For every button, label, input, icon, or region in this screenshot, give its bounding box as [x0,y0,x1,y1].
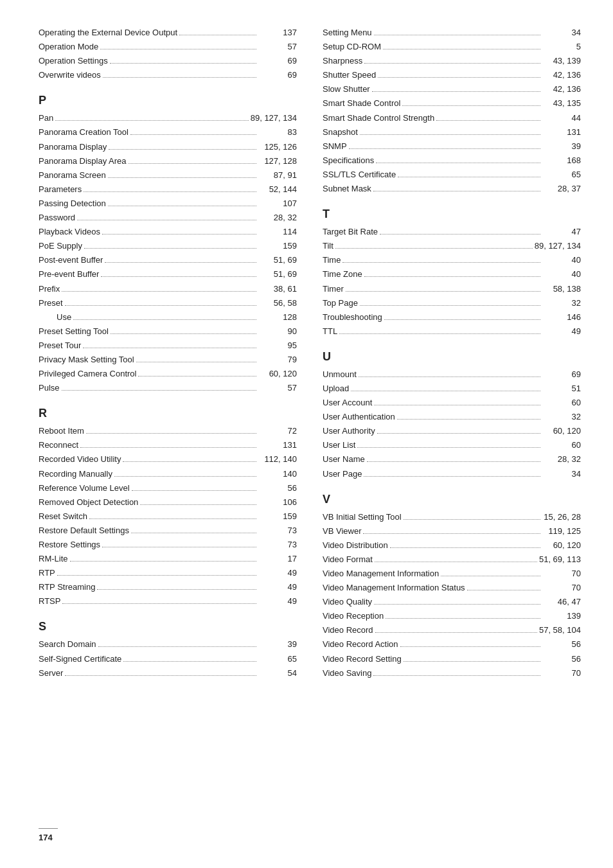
entry-page: 46, 47 [542,595,581,609]
entry-dots [73,319,256,320]
entry-label: RTSP [39,594,60,608]
entry-dots [397,419,540,420]
entry-dots [108,177,256,178]
index-entry: Snapshot131 [323,125,581,139]
left-column: Operating the External Device Output137O… [39,26,297,815]
entry-dots [360,305,540,306]
index-entry: Top Page32 [323,296,581,310]
entry-page: 51 [542,382,581,396]
entry-label: SNMP [323,139,347,154]
index-entry: Reference Volume Level56 [39,481,297,495]
entry-dots [97,589,256,590]
index-entry: Playback Videos114 [39,225,297,239]
entry-dots [101,276,256,277]
entry-page: 87, 91 [258,168,297,182]
entry-page: 69 [258,54,297,68]
entry-dots [467,590,540,590]
index-entry: Search Domain39 [39,637,297,651]
entry-label: Smart Shade Control Strength [323,111,434,125]
index-entry: Troubleshooting146 [323,310,581,324]
entry-page: 90 [258,324,297,339]
entry-label: Preset [39,296,63,310]
index-entry: User Authentication32 [323,410,581,424]
entry-page: 140 [258,467,297,481]
entry-label: Privacy Mask Setting Tool [39,353,134,367]
index-entry: User Account60 [323,396,581,410]
index-entry: Operation Mode57 [39,40,297,54]
index-entry: Video Record57, 58, 104 [323,623,581,637]
entry-label: Panorama Display Area [39,154,127,168]
index-entry: Specifications168 [323,154,581,168]
entry-dots [364,63,540,64]
entry-page: 49 [258,594,297,608]
entry-page: 112, 140 [258,452,297,466]
entry-dots [100,49,256,49]
index-section: TTarget Bit Rate47Tilt89, 127, 134Time40… [323,208,581,339]
entry-dots [380,234,540,235]
entry-label: Privileged Camera Control [39,367,136,381]
entry-page: 32 [542,296,581,310]
entry-dots [129,163,256,164]
index-entry: RTP Streaming49 [39,580,297,594]
entry-page: 39 [542,139,581,154]
index-entry: Panorama Display125, 126 [39,140,297,154]
entry-dots [359,376,540,377]
index-entry: Upload51 [323,382,581,396]
index-entry: Pulse57 [39,381,297,395]
entry-dots [386,618,540,619]
entry-page: 89, 127, 134 [251,111,297,125]
entry-label: Panorama Creation Tool [39,125,129,139]
entry-dots [374,604,540,605]
entry-label: Pre-event Buffer [39,267,99,281]
section-header: S [39,620,297,633]
entry-dots [57,575,256,576]
entry-dots [136,362,256,362]
entry-dots [364,476,540,477]
entry-page: 5 [542,40,581,54]
entry-page: 57, 58, 104 [539,623,581,637]
entry-dots [109,149,256,150]
entry-page: 127, 128 [258,154,297,168]
entry-label: Pulse [39,381,60,395]
entry-page: 34 [542,26,581,40]
entry-dots [138,376,256,376]
entry-label: Video Management Information [323,567,439,581]
entry-label: Prefix [39,282,60,296]
index-entry: Video Format51, 69, 113 [323,553,581,567]
entry-label: Setup CD-ROM [323,40,381,54]
index-entry: Target Bit Rate47 [323,225,581,239]
entry-label: RM-Lite [39,552,68,566]
entry-dots [123,661,256,662]
index-entry: Video Record Setting56 [323,652,581,666]
entry-label: Video Reception [323,609,384,623]
index-entry: Post-event Buffer51, 69 [39,253,297,267]
entry-dots [179,35,256,35]
index-entry: Overwrite videos69 [39,68,297,82]
entry-dots [132,490,256,491]
entry-page: 131 [258,438,297,452]
index-entry: Video Distribution60, 120 [323,538,581,553]
entry-dots [105,262,256,263]
index-entry: Setting Menu34 [323,26,581,40]
entry-label: Video Record [323,623,373,637]
entry-dots [374,405,540,405]
entry-page: 51, 69 [258,267,297,281]
entry-dots [89,518,256,519]
entry-dots [351,391,540,391]
entry-page: 49 [258,566,297,580]
index-section: RReboot Item72Reconnect131Recorded Video… [39,407,297,608]
entry-page: 128 [258,310,297,324]
entry-label: Sharpness [323,54,362,68]
entry-page: 57 [258,381,297,395]
entry-page: 73 [258,538,297,552]
index-entry: Pre-event Buffer51, 69 [39,267,297,281]
entry-dots [102,547,256,547]
entry-label: Reference Volume Level [39,481,130,495]
index-entry: Sharpness43, 139 [323,54,581,68]
entry-page: 51, 69, 113 [539,553,581,567]
entry-dots [349,148,540,149]
entry-page: 15, 26, 28 [542,510,581,524]
index-entry: Reconnect131 [39,438,297,452]
entry-dots [367,461,540,462]
entry-page: 57 [258,40,297,54]
